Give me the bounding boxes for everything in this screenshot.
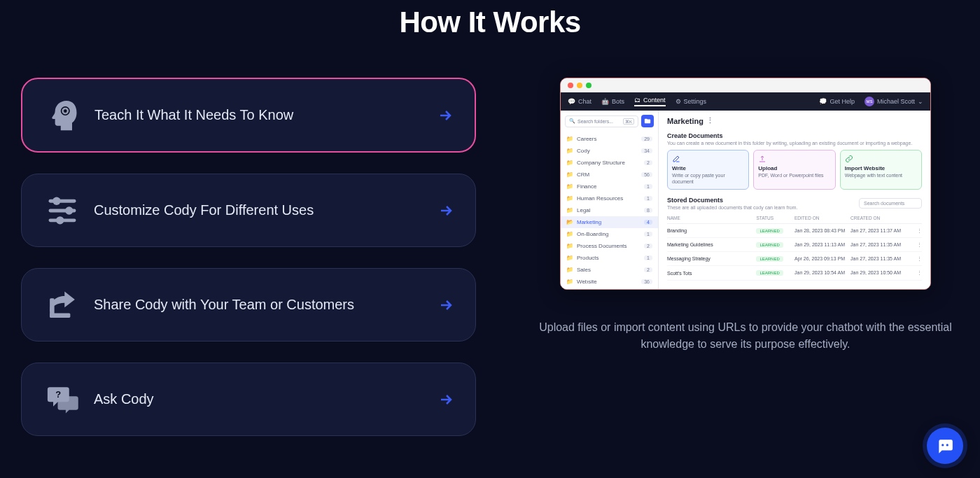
doc-name: Messaging Strategy xyxy=(667,256,756,261)
nav-settings[interactable]: ⚙ Settings xyxy=(676,98,707,105)
folder-item[interactable]: 📁CRM56 xyxy=(561,169,658,181)
create-title: Create Documents xyxy=(667,132,922,139)
stored-sub: These are all uploaded documents that co… xyxy=(667,205,797,210)
doc-created: Jan 27, 2023 11:37 AM xyxy=(850,227,909,234)
doc-edited: Jan 29, 2023 10:54 AM xyxy=(794,269,850,276)
table-row[interactable]: Messaging StrategyLEARNEDApr 26, 2023 09… xyxy=(667,252,922,266)
table-row[interactable]: BrandingLEARNEDJan 28, 2023 08:43 PMJan … xyxy=(667,224,922,238)
folder-sidebar: 🔍 Search folders... ⌘K 📁Careers29📁Cody34… xyxy=(561,111,659,289)
doc-edited: Jan 28, 2023 08:43 PM xyxy=(794,227,850,234)
folder-item[interactable]: 📁On-Boarding1 xyxy=(561,228,658,240)
row-menu-icon[interactable]: ⋮ xyxy=(909,228,922,234)
nav-label: Settings xyxy=(684,98,707,105)
table-row[interactable]: Marketing GuidelinesLEARNEDJan 29, 2023 … xyxy=(667,238,922,252)
folder-count: 1 xyxy=(644,196,652,201)
folder-item[interactable]: 📁Sales2 xyxy=(561,264,658,276)
user-menu[interactable]: MS Michael Scott ⌄ xyxy=(864,97,923,106)
content-icon: 🗂 xyxy=(634,97,640,104)
step-customize[interactable]: Customize Cody For Different Uses xyxy=(21,174,476,247)
folder-name: Website xyxy=(577,279,597,285)
create-write-card[interactable]: Write Write or copy paste your document xyxy=(667,150,749,190)
folder-icon: 📁 xyxy=(566,279,573,285)
step-label: Customize Cody For Different Uses xyxy=(81,202,438,218)
folder-icon: 📁 xyxy=(566,148,573,154)
svg-rect-8 xyxy=(50,313,70,318)
step-label: Share Cody with Your Team or Customers xyxy=(81,297,438,313)
nav-label: Content xyxy=(643,97,666,104)
doc-name: Marketing Guidelines xyxy=(667,242,756,247)
more-icon[interactable]: ⋮ xyxy=(706,116,714,125)
placeholder-text: Search folders... xyxy=(578,119,613,124)
folder-count: 2 xyxy=(644,267,652,272)
folder-name: Products xyxy=(577,255,599,261)
th-status: STATUS xyxy=(756,216,794,220)
folder-name: Marketing xyxy=(577,219,601,225)
card-sub: Write or copy paste your document xyxy=(672,172,744,185)
th-name: NAME xyxy=(667,216,756,220)
folder-count: 2 xyxy=(644,244,652,248)
svg-point-11 xyxy=(946,444,948,446)
chat-widget-button[interactable] xyxy=(927,428,963,464)
folder-item[interactable]: 📁Process Documents2 xyxy=(561,240,658,252)
doc-edited: Apr 26, 2023 09:13 PM xyxy=(794,255,850,262)
create-import-card[interactable]: Import Website Webpage with text content xyxy=(840,150,922,190)
th-created: CREATED ON xyxy=(850,216,909,220)
folder-item[interactable]: 📁Products1 xyxy=(561,252,658,264)
folder-item[interactable]: 📁Careers29 xyxy=(561,133,658,145)
svg-point-6 xyxy=(56,216,64,224)
nav-label: Chat xyxy=(578,98,592,105)
create-upload-card[interactable]: Upload PDF, Word or Powerpoint files xyxy=(753,150,835,190)
folder-count: 1 xyxy=(644,255,652,260)
folder-icon: 📁 xyxy=(566,160,573,166)
card-sub: PDF, Word or Powerpoint files xyxy=(758,172,830,178)
folder-name: Human Resources xyxy=(577,195,623,202)
status-badge: LEARNED xyxy=(756,242,783,248)
maximize-dot-icon xyxy=(586,83,592,88)
folder-icon: 📁 xyxy=(566,231,573,237)
folder-item[interactable]: 📁Human Resources1 xyxy=(561,192,658,204)
step-ask[interactable]: ? Ask Cody xyxy=(21,363,476,436)
card-title: Write xyxy=(672,165,744,171)
folder-item[interactable]: 📁Legal8 xyxy=(561,204,658,216)
folder-item[interactable]: 📁Website36 xyxy=(561,276,658,288)
nav-label: Get Help xyxy=(830,98,855,105)
row-menu-icon[interactable]: ⋮ xyxy=(909,270,922,276)
minimize-dot-icon xyxy=(577,83,582,88)
search-documents-input[interactable]: Search documents xyxy=(859,198,922,209)
nav-gethelp[interactable]: 💭 Get Help xyxy=(819,98,855,105)
app-topbar: 💬 Chat 🤖 Bots 🗂 Content ⚙ Settings � xyxy=(561,92,930,111)
folder-icon: 📁 xyxy=(566,136,573,142)
nav-content[interactable]: 🗂 Content xyxy=(634,97,666,106)
folder-item[interactable]: 📁Cody34 xyxy=(561,145,658,157)
status-badge: LEARNED xyxy=(756,228,783,234)
doc-created: Jan 27, 2023 11:35 AM xyxy=(850,255,909,262)
folder-name: Cody xyxy=(577,148,590,154)
app-screenshot: 💬 Chat 🤖 Bots 🗂 Content ⚙ Settings � xyxy=(560,78,931,290)
row-menu-icon[interactable]: ⋮ xyxy=(909,242,922,248)
new-folder-button[interactable] xyxy=(641,115,654,127)
doc-name: Branding xyxy=(667,228,756,233)
folder-name: Careers xyxy=(577,136,596,142)
step-description: Upload files or import content using URL… xyxy=(532,319,959,353)
chevron-down-icon: ⌄ xyxy=(918,98,923,105)
documents-table: NAME STATUS EDITED ON CREATED ON Brandin… xyxy=(667,213,922,280)
nav-bots[interactable]: 🤖 Bots xyxy=(601,98,624,105)
table-row[interactable]: Scott's TotsLEARNEDJan 29, 2023 10:54 AM… xyxy=(667,266,922,280)
card-sub: Webpage with text content xyxy=(845,172,917,178)
nav-label: Bots xyxy=(612,98,624,105)
folder-item[interactable]: 📁Company Structure2 xyxy=(561,157,658,169)
row-menu-icon[interactable]: ⋮ xyxy=(909,256,922,262)
folder-icon: 📂 xyxy=(566,219,573,225)
avatar: MS xyxy=(864,97,874,106)
folder-icon: 📁 xyxy=(566,267,573,273)
nav-chat[interactable]: 💬 Chat xyxy=(568,98,592,105)
folder-item[interactable]: 📂Marketing4 xyxy=(561,216,658,228)
arrow-right-icon xyxy=(438,202,454,219)
step-teach[interactable]: Teach It What It Needs To Know xyxy=(21,78,476,153)
arrow-right-icon xyxy=(438,391,454,408)
folder-name: On-Boarding xyxy=(577,231,608,237)
search-folders-input[interactable]: 🔍 Search folders... ⌘K xyxy=(565,115,638,127)
svg-point-10 xyxy=(941,444,944,446)
folder-item[interactable]: 📁Finance1 xyxy=(561,181,658,192)
step-share[interactable]: Share Cody with Your Team or Customers xyxy=(21,268,476,342)
